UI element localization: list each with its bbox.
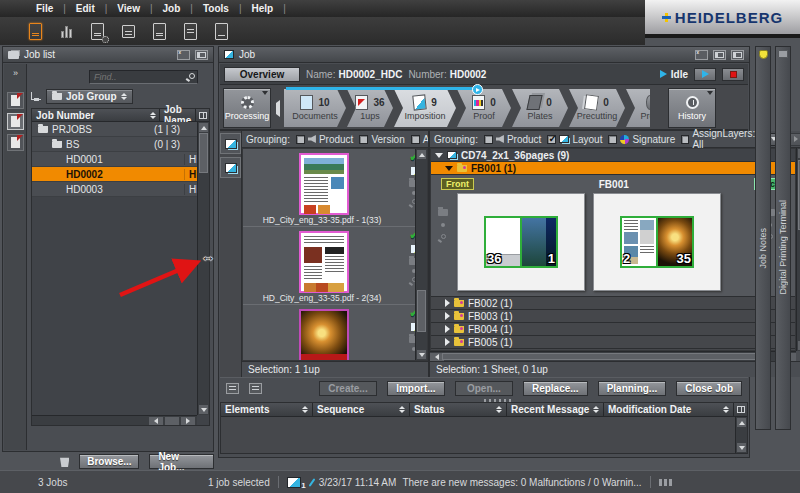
step-plates[interactable]: 0 Plates — [512, 89, 568, 127]
sort-icon[interactable] — [496, 406, 502, 413]
create-button[interactable]: Create... — [319, 381, 377, 396]
dropdown-icon[interactable] — [262, 91, 268, 95]
job-table-vertical-scrollbar[interactable] — [197, 122, 209, 415]
table-row-prjobs[interactable]: PRJOBS (1 | 3) — [32, 122, 197, 137]
close-job-button[interactable]: Close Job — [676, 381, 742, 396]
oneup-item-page33[interactable]: ✔ HD_City_eng_33-35.pdf - 1(33) — [243, 149, 427, 227]
open-button[interactable]: Open... — [455, 381, 513, 396]
column-status[interactable]: Status — [410, 403, 507, 416]
back-sheet-preview[interactable]: 2 35 — [593, 193, 721, 291]
element-list-view-icon[interactable] — [226, 383, 239, 394]
replace-button[interactable]: Replace... — [523, 381, 588, 396]
float-panel-icon[interactable] — [713, 50, 726, 60]
menu-help[interactable]: Help — [246, 3, 280, 14]
sort-icon[interactable] — [302, 406, 308, 413]
step-proof[interactable]: 0 Proof — [457, 89, 511, 127]
delete-job-icon[interactable] — [60, 456, 69, 467]
expand-icon[interactable] — [445, 325, 450, 333]
sheet-group-row-fb003[interactable]: FB003 (1) — [431, 310, 795, 323]
menu-edit[interactable]: Edit — [70, 3, 101, 14]
sheet-page-35[interactable]: 35 — [657, 217, 693, 267]
column-elements[interactable]: Elements — [221, 403, 313, 416]
sheet-page-2[interactable]: 2 — [621, 217, 657, 267]
imposition-horizontal-scrollbar[interactable] — [430, 351, 796, 361]
job-archive-icon[interactable] — [212, 21, 230, 41]
oneup-list-view-button[interactable] — [220, 133, 241, 154]
dropdown-icon[interactable] — [707, 91, 713, 95]
sheet-page-1[interactable]: 1 — [521, 217, 557, 267]
table-row-hd0002-selected[interactable]: HD0002 HD0002_HDC — [32, 167, 197, 182]
grouping-product-checkbox[interactable]: Product — [296, 134, 353, 145]
sheet-group-row-fb002[interactable]: FB002 (1) — [431, 297, 795, 310]
sheet-group-row-fb005[interactable]: FB005 (1) — [431, 336, 795, 349]
scrollbar-thumb[interactable] — [165, 417, 179, 425]
grouping-product-checkbox[interactable]: Product — [484, 134, 541, 145]
find-input[interactable] — [89, 70, 198, 84]
table-row-hd0003[interactable]: HD0003 HD0003_HDC — [32, 182, 197, 197]
column-config-button[interactable] — [734, 403, 747, 416]
processing-button[interactable]: Processing — [223, 88, 271, 128]
job-table-horizontal-scrollbar[interactable] — [32, 415, 197, 425]
layout-root-row[interactable]: CD74_2x1_36pages (9) — [431, 149, 795, 162]
column-config-button[interactable] — [196, 109, 209, 121]
oneup-assign-view-button[interactable] — [220, 157, 241, 178]
browse-button[interactable]: Browse... — [79, 454, 139, 469]
tab-overview[interactable]: Overview — [224, 67, 300, 82]
page-thumbnail[interactable] — [299, 153, 349, 215]
collapse-panel-icon[interactable] — [177, 50, 190, 60]
step-precutting[interactable]: 0 Precutting — [569, 89, 625, 127]
assign-layers-checkbox[interactable]: AssignLayers: All — [681, 128, 759, 150]
step-1ups[interactable]: 36 1ups — [347, 89, 393, 127]
tab-job-notes[interactable]: Job Notes — [755, 46, 771, 430]
grouping-signature-checkbox[interactable]: Signature — [608, 134, 675, 145]
sheet-group-fb001-selected[interactable]: FB001 (1) — [431, 162, 795, 175]
oneup-item-page34[interactable]: ✔ HD_City_eng_33-35.pdf - 2(34) — [243, 227, 427, 305]
page-thumbnail[interactable] — [299, 231, 349, 293]
grouping-layout-checkbox[interactable]: Layout — [547, 134, 602, 145]
scrollbar-thumb[interactable] — [417, 290, 426, 332]
oneup-item-page35[interactable]: ✔ — [243, 305, 427, 361]
scroll-right-icon[interactable] — [181, 417, 195, 425]
expand-icon[interactable] — [445, 299, 450, 307]
element-grid-view-icon[interactable] — [249, 383, 262, 394]
scroll-down-icon[interactable] — [737, 443, 746, 452]
column-modification-date[interactable]: Modification Date — [604, 403, 734, 416]
job-filter-archive-button[interactable] — [7, 134, 24, 151]
import-job-icon[interactable] — [150, 21, 168, 41]
step-imposition-selected[interactable]: 9 Imposition — [394, 89, 456, 127]
grouping-version-checkbox[interactable]: Version — [359, 134, 404, 145]
expand-icon[interactable] — [445, 312, 450, 320]
menu-view[interactable]: View — [111, 3, 146, 14]
printer-icon[interactable] — [119, 21, 137, 41]
sort-icon[interactable] — [723, 406, 729, 413]
menu-file[interactable]: File — [30, 3, 59, 14]
collapse-icon[interactable] — [435, 153, 443, 158]
job-report-icon[interactable] — [181, 21, 199, 41]
column-job-number[interactable]: Job Number — [32, 109, 160, 121]
new-job-button[interactable]: New Job... — [149, 454, 214, 469]
scrollbar-thumb[interactable] — [199, 133, 208, 173]
column-sequence[interactable]: Sequence — [313, 403, 410, 416]
column-recent-message[interactable]: Recent Message — [507, 403, 604, 416]
sheet-group-row-fb004[interactable]: FB004 (1) — [431, 323, 795, 336]
scroll-up-icon[interactable] — [417, 150, 426, 159]
float-panel-icon[interactable] — [195, 50, 208, 60]
expand-icon[interactable] — [445, 338, 450, 346]
new-job-icon[interactable] — [26, 21, 44, 41]
tree-structure-icon[interactable] — [31, 92, 41, 100]
menu-job[interactable]: Job — [157, 3, 187, 14]
scrollbar-thumb[interactable] — [442, 353, 756, 360]
step-press[interactable]: Press — [626, 89, 650, 127]
sort-icon[interactable] — [150, 112, 156, 119]
expand-strip-icon[interactable]: » — [13, 68, 17, 78]
page-thumbnail[interactable] — [299, 309, 349, 361]
history-button[interactable]: History — [668, 88, 716, 128]
detach-panel-icon[interactable] — [731, 50, 744, 60]
planning-button[interactable]: Planning... — [598, 381, 667, 396]
scroll-left-icon[interactable] — [149, 417, 163, 425]
scroll-down-icon[interactable] — [199, 405, 208, 414]
column-job-name[interactable]: Job Name — [160, 109, 196, 121]
collapse-panel-icon[interactable] — [695, 50, 708, 60]
processing-settings-icon[interactable] — [88, 21, 106, 41]
front-badge[interactable]: Front — [441, 178, 474, 190]
